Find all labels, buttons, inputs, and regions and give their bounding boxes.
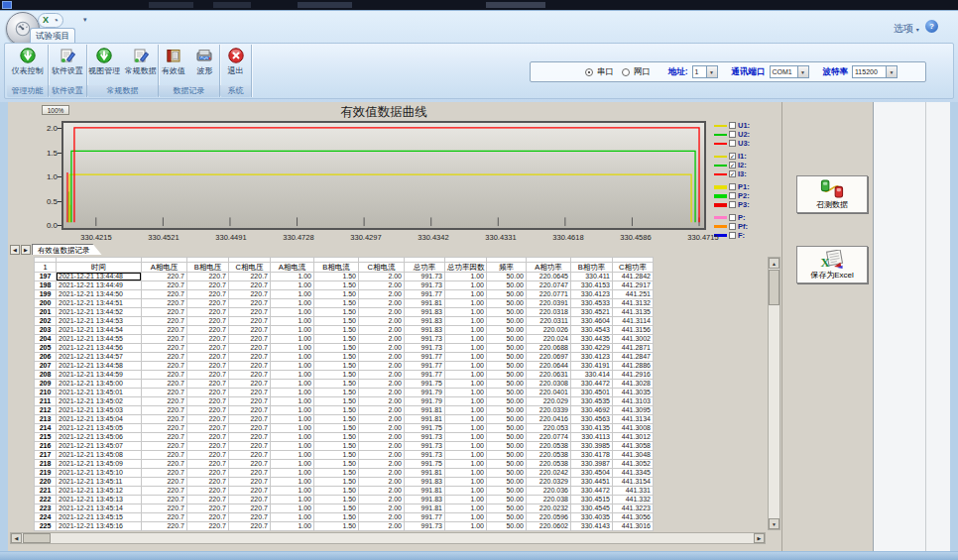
value-cell[interactable]: 330.4229: [571, 344, 613, 353]
value-cell[interactable]: 1.00: [445, 487, 487, 496]
value-cell[interactable]: 1.00: [445, 353, 487, 362]
value-cell[interactable]: 220.0774: [527, 433, 571, 442]
time-cell[interactable]: 2021-12-21 13:44:50: [57, 290, 142, 299]
legend-checkbox[interactable]: [729, 183, 736, 190]
value-cell[interactable]: 1.50: [314, 362, 359, 371]
time-cell[interactable]: 2021-12-21 13:45:09: [57, 460, 142, 469]
value-cell[interactable]: 50.00: [487, 496, 527, 504]
value-cell[interactable]: 1.50: [314, 442, 359, 451]
value-cell[interactable]: 220.0339: [527, 406, 571, 415]
value-cell[interactable]: 220.7: [187, 380, 229, 389]
time-cell[interactable]: 2021-12-21 13:45:16: [57, 522, 142, 531]
value-cell[interactable]: 441.3002: [613, 335, 654, 344]
baud-rate-select[interactable]: 115200 ▼: [852, 65, 898, 78]
value-cell[interactable]: 1.00: [445, 299, 487, 308]
qat-dropdown-caret-icon[interactable]: ▾: [83, 16, 87, 24]
value-cell[interactable]: 220.0538: [527, 460, 571, 469]
dropdown-arrow-icon[interactable]: ▼: [797, 66, 808, 77]
value-cell[interactable]: 441.3028: [613, 380, 654, 389]
value-cell[interactable]: 991.81: [405, 487, 445, 496]
time-cell[interactable]: 2021-12-21 13:44:48: [57, 273, 142, 281]
value-cell[interactable]: 441.3114: [613, 317, 654, 326]
time-cell[interactable]: 2021-12-21 13:45:08: [57, 451, 142, 460]
vertical-scroll-thumb[interactable]: [769, 270, 779, 305]
row-number-cell[interactable]: 199: [35, 290, 57, 299]
value-cell[interactable]: 991.81: [405, 469, 445, 478]
value-cell[interactable]: 50.00: [487, 513, 527, 522]
value-cell[interactable]: 220.0596: [527, 513, 571, 522]
time-cell[interactable]: 2021-12-21 13:45:13: [57, 496, 142, 504]
value-cell[interactable]: 220.7: [229, 389, 271, 397]
value-cell[interactable]: 220.0771: [527, 290, 571, 299]
value-cell[interactable]: 991.77: [405, 513, 445, 522]
value-cell[interactable]: 220.7: [187, 317, 229, 326]
value-cell[interactable]: 1.00: [445, 344, 487, 353]
value-cell[interactable]: 50.00: [487, 380, 527, 389]
value-cell[interactable]: 441.2871: [613, 344, 654, 353]
value-cell[interactable]: 441.3156: [613, 326, 654, 335]
horizontal-scroll-thumb[interactable]: [23, 533, 51, 543]
value-cell[interactable]: 220.7: [142, 522, 187, 531]
legend-checkbox[interactable]: ✓: [729, 170, 736, 177]
value-cell[interactable]: 220.7: [187, 478, 229, 487]
value-cell[interactable]: 1.00: [445, 380, 487, 389]
time-cell[interactable]: 2021-12-21 13:45:07: [57, 442, 142, 451]
tab-test-project[interactable]: 试验项目: [30, 28, 75, 43]
value-cell[interactable]: 1.50: [314, 371, 359, 380]
value-cell[interactable]: 441.2916: [613, 371, 654, 380]
value-cell[interactable]: 1.00: [445, 504, 487, 513]
value-cell[interactable]: 1.00: [445, 496, 487, 504]
legend-checkbox[interactable]: [729, 122, 736, 129]
value-cell[interactable]: 50.00: [487, 308, 527, 317]
value-cell[interactable]: 220.7: [187, 433, 229, 442]
row-number-cell[interactable]: 221: [35, 487, 57, 496]
row-number-cell[interactable]: 224: [35, 513, 57, 522]
value-cell[interactable]: 441.2847: [613, 353, 654, 362]
time-cell[interactable]: 2021-12-21 13:45:10: [57, 469, 142, 478]
legend-checkbox[interactable]: [729, 232, 736, 239]
value-cell[interactable]: 220.7: [142, 371, 187, 380]
value-cell[interactable]: 220.7: [142, 308, 187, 317]
legend-checkbox[interactable]: [729, 140, 736, 147]
row-number-cell[interactable]: 216: [35, 442, 57, 451]
value-cell[interactable]: 1.50: [314, 469, 359, 478]
value-cell[interactable]: 991.81: [405, 299, 445, 308]
value-cell[interactable]: 1.00: [445, 273, 487, 281]
plot-area[interactable]: [61, 121, 706, 230]
value-cell[interactable]: 441.3016: [613, 522, 654, 531]
row-number-cell[interactable]: 223: [35, 504, 57, 513]
value-cell[interactable]: 1.50: [314, 496, 359, 504]
column-header[interactable]: 频率: [487, 263, 527, 273]
value-cell[interactable]: 220.0308: [527, 380, 571, 389]
value-cell[interactable]: 220.0631: [527, 371, 571, 380]
horizontal-scrollbar[interactable]: ◀ ▶: [10, 532, 766, 544]
value-cell[interactable]: 330.4515: [571, 496, 613, 504]
value-cell[interactable]: 50.00: [487, 371, 527, 380]
value-cell[interactable]: 991.73: [405, 281, 445, 290]
value-cell[interactable]: 1.00: [271, 353, 314, 362]
value-cell[interactable]: 2.00: [359, 487, 405, 496]
value-cell[interactable]: 2.00: [359, 415, 405, 424]
time-cell[interactable]: 2021-12-21 13:45:01: [57, 389, 142, 397]
value-cell[interactable]: 330.4692: [571, 406, 613, 415]
value-cell[interactable]: 1.00: [271, 380, 314, 389]
value-cell[interactable]: 2.00: [359, 335, 405, 344]
value-cell[interactable]: 1.00: [271, 504, 314, 513]
value-cell[interactable]: 220.026: [527, 326, 571, 335]
value-cell[interactable]: 220.7: [229, 362, 271, 371]
value-cell[interactable]: 220.7: [229, 469, 271, 478]
value-cell[interactable]: 220.7: [142, 326, 187, 335]
value-cell[interactable]: 50.00: [487, 424, 527, 433]
value-cell[interactable]: 330.4533: [571, 299, 613, 308]
value-cell[interactable]: 50.00: [487, 317, 527, 326]
value-cell[interactable]: 991.77: [405, 362, 445, 371]
value-cell[interactable]: 220.7: [187, 442, 229, 451]
value-cell[interactable]: 220.7: [142, 335, 187, 344]
value-cell[interactable]: 220.7: [187, 487, 229, 496]
value-cell[interactable]: 991.73: [405, 451, 445, 460]
fetch-data-button[interactable]: 召测数据: [796, 175, 868, 213]
value-cell[interactable]: 441.3135: [613, 308, 654, 317]
value-cell[interactable]: 2.00: [359, 362, 405, 371]
value-cell[interactable]: 330.4545: [571, 504, 613, 513]
value-cell[interactable]: 1.00: [271, 433, 314, 442]
